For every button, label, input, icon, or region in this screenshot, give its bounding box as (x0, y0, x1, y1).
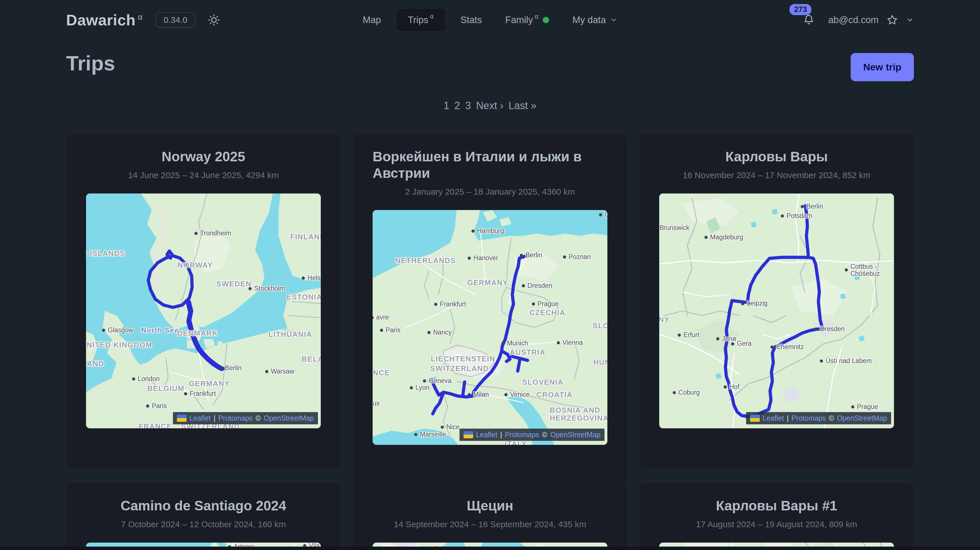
map-label: Nice (441, 424, 460, 431)
map-label: Brunswick (660, 224, 689, 231)
page-link-1[interactable]: 1 (444, 99, 449, 112)
map-label: Dresden (522, 282, 552, 289)
map-label: FINLAND (290, 233, 321, 241)
map-label: Berlin (219, 365, 242, 371)
trip-dates: 17 August 2024 – 19 August 2024, 809 km (659, 519, 894, 529)
map-label: GERMANY (189, 379, 230, 388)
trip-map[interactable]: E ISLANDSTrondheimFINLANDNORWAYSWEDENSto… (86, 193, 321, 428)
copyright-symbol: © (256, 414, 261, 422)
city-dot-icon (372, 316, 374, 319)
city-dot-icon (724, 385, 727, 388)
city-dot-icon (427, 331, 430, 334)
map-label: Erfurt (678, 332, 699, 338)
ukraine-flag-icon (177, 414, 186, 422)
trip-dates: 7 October 2024 – 12 October 2024, 160 km (86, 519, 321, 529)
city-dot-icon (414, 433, 417, 436)
map-label: SWITZERLAND (430, 365, 489, 373)
city-dot-icon (741, 302, 744, 305)
new-trip-button[interactable]: New trip (851, 53, 914, 81)
map-label: Gera (731, 340, 751, 348)
nav-item-my-data[interactable]: My data (564, 10, 625, 30)
ukraine-flag-icon (750, 414, 760, 422)
trip-card-szczecin[interactable]: Щецин 14 September 2024 – 16 September 2… (353, 483, 627, 550)
attribution-separator: | (500, 430, 502, 439)
map-label: CZECHIA (530, 309, 565, 317)
osm-link[interactable]: OpenStreetMap (550, 430, 601, 439)
trip-card-norway-2025[interactable]: Norway 2025 14 June 2025 – 24 June 2025,… (66, 134, 341, 468)
nav-item-stats[interactable]: Stats (452, 10, 490, 30)
city-dot-icon (219, 367, 222, 370)
map-label: E ISLANDS (86, 249, 125, 258)
protomaps-link[interactable]: Protomaps (791, 414, 826, 422)
alpha-badge: α (430, 13, 434, 20)
map-label: NY (659, 315, 670, 324)
page-link-last[interactable]: Last » (509, 99, 536, 112)
osm-link[interactable]: OpenStreetMap (264, 414, 314, 422)
map-label: SWEDEN (216, 280, 251, 288)
map-label: LIECHTENSTEIN (431, 355, 495, 363)
city-dot-icon (302, 276, 305, 279)
user-email[interactable]: ab@cd.com (828, 14, 878, 26)
map-label: GERMANY (467, 279, 508, 287)
city-dot-icon (532, 302, 535, 306)
copyright-symbol: © (542, 430, 547, 439)
chevron-down-icon[interactable] (906, 16, 914, 24)
map-label: LITHUANIA (268, 330, 312, 338)
nav-item-trips[interactable]: Trips α (396, 9, 445, 31)
city-dot-icon (845, 268, 848, 272)
trip-map[interactable]: BerlinPotsdamBrunswickMagdeburgCottbus -… (659, 193, 894, 428)
online-status-dot (543, 17, 549, 23)
map-label: Potsdam (781, 212, 813, 220)
city-dot-icon (265, 370, 268, 373)
map-label: Frankfurt (434, 301, 466, 308)
trip-card-italy-austria[interactable]: Воркейшен в Италии и лыжи в Австрии 2 Ja… (353, 134, 627, 485)
chevron-down-icon (610, 16, 617, 24)
leaflet-link[interactable]: Leaflet (476, 430, 497, 439)
nav-item-family[interactable]: Family α (497, 10, 557, 30)
navbar-right: 273 ab@cd.com (802, 13, 914, 27)
leaflet-link[interactable]: Leaflet (763, 414, 784, 422)
osm-link[interactable]: OpenStreetMap (837, 414, 888, 422)
map-label: Berlin (520, 252, 542, 259)
map-label: AUSTRIA (510, 348, 546, 356)
version-badge: 0.34.0 (156, 12, 195, 28)
map-label: Marseille (414, 431, 446, 438)
star-icon[interactable] (886, 14, 899, 26)
map-label: Chemnitz (771, 343, 804, 351)
page-link-3[interactable]: 3 (465, 99, 471, 112)
map-label: Lyon (410, 384, 429, 391)
map-label: Poznan (563, 253, 591, 260)
nav-item-map[interactable]: Map (355, 10, 389, 30)
leaflet-link[interactable]: Leaflet (189, 414, 211, 422)
trip-card-karlovy-vary-1[interactable]: Карловы Вары #1 17 August 2024 – 19 Augu… (639, 483, 914, 550)
map-label: DENMARK (177, 329, 218, 337)
trip-map[interactable]: GdHamburgNETHERLANDSHanoverBerlinPoznanG… (372, 210, 608, 445)
city-dot-icon (184, 392, 187, 395)
protomaps-link[interactable]: Protomaps (218, 414, 253, 422)
trip-card-karlovy-vary[interactable]: Карловы Вары 16 November 2024 – 17 Novem… (639, 134, 914, 468)
protomaps-link[interactable]: Protomaps (505, 430, 539, 439)
theme-toggle-button[interactable] (207, 13, 221, 27)
map-label: UNITED KINGDOM (86, 341, 152, 349)
city-dot-icon (800, 205, 803, 208)
map-label: Hamburg (471, 228, 504, 235)
city-dot-icon (771, 345, 774, 349)
city-dot-icon (434, 303, 437, 306)
alpha-badge: α (138, 13, 142, 22)
map-label: Munich (501, 340, 528, 347)
map-label: Coburg (673, 389, 700, 396)
map-attribution: Leaflet|Protomaps©OpenStreetMap (173, 412, 318, 424)
city-dot-icon (563, 255, 566, 258)
app-logo[interactable]: Dawarich α (66, 11, 142, 29)
trip-card-camino-de-santiago[interactable]: Camino de Santiago 2024 7 October 2024 –… (66, 483, 341, 550)
notifications-button[interactable]: 273 (802, 13, 816, 27)
city-dot-icon (194, 232, 197, 235)
page-link-next[interactable]: Next › (476, 99, 503, 112)
page-link-2[interactable]: 2 (454, 99, 460, 112)
city-dot-icon (673, 391, 676, 394)
map-label: LAND (86, 360, 104, 368)
city-dot-icon (249, 287, 252, 290)
trip-title: Карловы Вары (659, 148, 894, 165)
top-navbar: Dawarich α 0.34.0 Map Trips α Stats Fami… (0, 0, 980, 40)
trip-dates: 16 November 2024 – 17 November 2024, 852… (659, 170, 894, 180)
